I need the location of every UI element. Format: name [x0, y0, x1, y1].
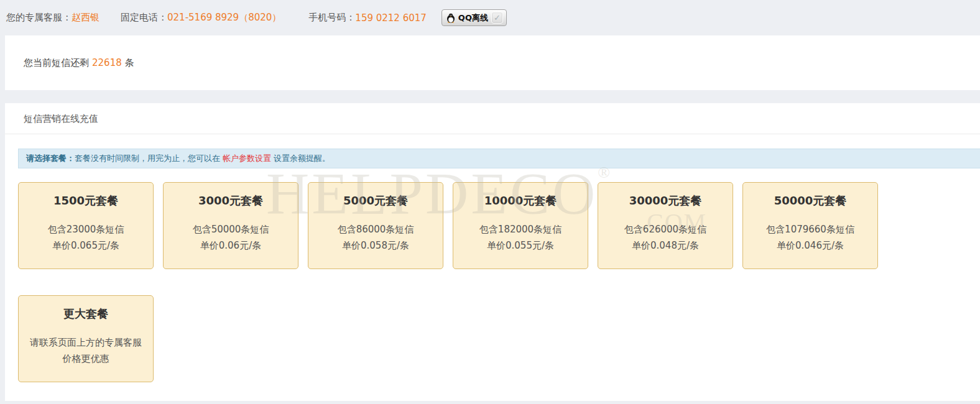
package-title: 50000元套餐 [748, 193, 872, 208]
package-contact-line: 请联系页面上方的专属客服 [24, 334, 148, 351]
package-included: 包含86000条短信 [313, 221, 438, 237]
mobile-label: 手机号码： [308, 12, 355, 24]
balance-prefix: 您当前短信还剩 [24, 57, 89, 69]
package-included: 包含182000条短信 [458, 221, 583, 237]
package-included: 包含23000条短信 [24, 221, 148, 237]
notice-text-after: 设置余额提醒。 [274, 153, 330, 164]
package-included: 包含626000条短信 [603, 221, 728, 237]
mobile-phone: 手机号码： 159 0212 6017 [308, 12, 427, 24]
service-name: 赵西银 [72, 12, 99, 24]
notice-bold: 请选择套餐： [26, 153, 75, 164]
package-card-30000[interactable]: 30000元套餐 包含626000条短信 单价0.048元/条 [598, 182, 733, 269]
package-included: 包含1079660条短信 [748, 221, 872, 237]
package-unit-price: 单价0.058元/条 [313, 237, 438, 254]
phone-label: 固定电话： [121, 12, 167, 24]
package-title: 更大套餐 [24, 306, 148, 321]
package-notice: 请选择套餐： 套餐没有时间限制，用完为止，您可以在 帐户参数设置 设置余额提醒。 [18, 149, 980, 168]
service-label: 您的专属客服： [6, 12, 72, 24]
package-title: 10000元套餐 [458, 193, 583, 208]
mobile-value: 159 0212 6017 [355, 12, 427, 24]
panel-gap [0, 90, 980, 103]
balance-count: 22618 [92, 57, 122, 68]
qq-button-label: QQ离线 [458, 12, 488, 24]
package-unit-price: 单价0.065元/条 [24, 237, 148, 254]
package-title: 3000元套餐 [169, 193, 293, 208]
checkmark-icon: ✓ [491, 12, 503, 24]
sms-balance-panel: 您当前短信还剩 22618 条 [5, 35, 980, 90]
package-unit-price: 单价0.06元/条 [169, 237, 293, 254]
package-included: 包含50000条短信 [169, 221, 293, 237]
qq-penguin-icon [446, 13, 456, 23]
package-title: 5000元套餐 [313, 193, 438, 208]
topbar: 您的专属客服： 赵西银 固定电话： 021-5169 8929（8020） 手机… [0, 0, 980, 35]
package-card-5000[interactable]: 5000元套餐 包含86000条短信 单价0.058元/条 [308, 182, 443, 269]
notice-text-before: 套餐没有时间限制，用完为止，您可以在 [75, 153, 220, 164]
package-cards: 1500元套餐 包含23000条短信 单价0.065元/条 3000元套餐 包含… [18, 182, 901, 382]
package-card-50000[interactable]: 50000元套餐 包含1079660条短信 单价0.046元/条 [742, 182, 878, 269]
package-card-1500[interactable]: 1500元套餐 包含23000条短信 单价0.065元/条 [18, 182, 154, 269]
landline-phone: 固定电话： 021-5169 8929（8020） [121, 12, 281, 24]
phone-value: 021-5169 8929（8020） [167, 12, 281, 24]
package-card-10000[interactable]: 10000元套餐 包含182000条短信 单价0.055元/条 [453, 182, 588, 269]
dedicated-service: 您的专属客服： 赵西银 [6, 12, 99, 24]
package-unit-price: 单价0.055元/条 [458, 237, 583, 254]
package-unit-price: 单价0.046元/条 [748, 237, 872, 254]
package-title: 30000元套餐 [603, 193, 728, 208]
qq-contact-button[interactable]: QQ离线 ✓ [441, 9, 507, 26]
package-discount-line: 价格更优惠 [24, 351, 148, 367]
package-card-3000[interactable]: 3000元套餐 包含50000条短信 单价0.06元/条 [163, 182, 298, 269]
account-settings-link[interactable]: 帐户参数设置 [223, 153, 271, 164]
recharge-body: 请选择套餐： 套餐没有时间限制，用完为止，您可以在 帐户参数设置 设置余额提醒。… [5, 134, 980, 382]
balance-suffix: 条 [125, 57, 134, 69]
recharge-title: 短信营销在线充值 [5, 103, 980, 134]
package-title: 1500元套餐 [24, 193, 148, 208]
package-card-larger[interactable]: 更大套餐 请联系页面上方的专属客服 价格更优惠 [18, 295, 154, 382]
recharge-panel: 短信营销在线充值 请选择套餐： 套餐没有时间限制，用完为止，您可以在 帐户参数设… [5, 103, 980, 401]
package-unit-price: 单价0.048元/条 [603, 237, 728, 254]
